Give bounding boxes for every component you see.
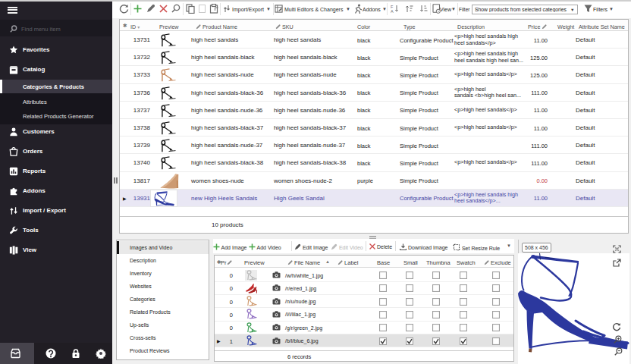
svg-text:A: A	[391, 9, 394, 13]
